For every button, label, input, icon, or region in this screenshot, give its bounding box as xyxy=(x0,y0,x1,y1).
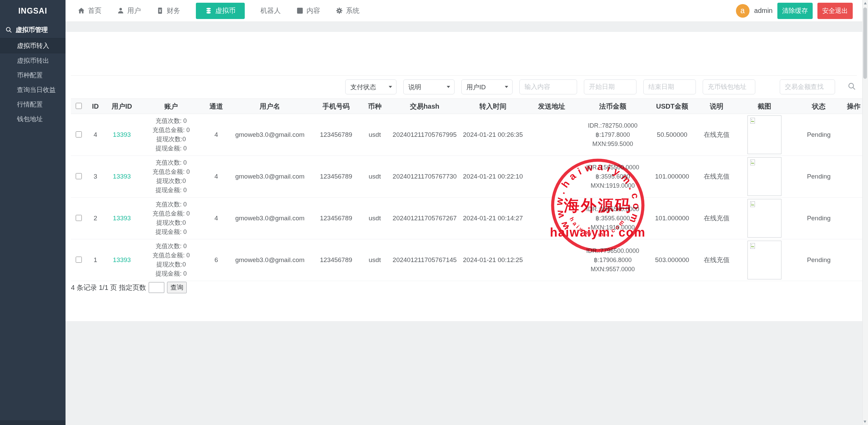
page-query-button[interactable]: 查询 xyxy=(167,282,187,293)
nav-item-finance[interactable]: ¥ 财务 xyxy=(156,6,180,15)
nav-item-home[interactable]: 首页 xyxy=(78,6,101,15)
action-cell xyxy=(844,239,863,281)
row-checkbox[interactable] xyxy=(76,131,82,137)
scrollbar-thumb[interactable] xyxy=(863,7,867,79)
fiat-line: MXN:9557.0000 xyxy=(579,265,646,274)
account-cell: 充值次数: 0充值总金额: 0提现次数:0提现金额: 0 xyxy=(139,239,203,281)
account-line: 充值总金额: 0 xyxy=(139,126,203,135)
logout-button[interactable]: 安全退出 xyxy=(817,3,853,19)
phone-cell: 123456789 xyxy=(311,114,362,156)
column-header: 状态 xyxy=(793,99,844,114)
sidebar-section-label: 虚拟币管理 xyxy=(16,25,48,34)
column-header: USDT金额 xyxy=(647,99,698,114)
account-line: 充值次数: 0 xyxy=(139,116,203,126)
screenshot-thumbnail[interactable] xyxy=(747,115,781,154)
account-cell: 充值次数: 0充值总金额: 0提现次数:0提现金额: 0 xyxy=(139,156,203,198)
user-id-cell: 13393 xyxy=(105,114,139,156)
scroll-down-arrow-icon[interactable] xyxy=(864,421,866,423)
screenshot-cell xyxy=(736,239,793,281)
sidebar-item-daily-earnings[interactable]: 查询当日收益 xyxy=(0,82,66,97)
table-row: 113393充值次数: 0充值总金额: 0提现次数:0提现金额: 06gmowe… xyxy=(71,239,863,281)
user-id-select[interactable]: 用户ID xyxy=(461,79,513,94)
username-label[interactable]: admin xyxy=(754,7,773,15)
account-lines: 充值次数: 0充值总金额: 0提现次数:0提现金额: 0 xyxy=(139,158,203,195)
nav-item-users[interactable]: 用户 xyxy=(117,6,141,15)
user-id-cell: 13393 xyxy=(105,239,139,281)
note-cell: 在线充值 xyxy=(698,156,736,198)
fiat-line: MXN:959.5000 xyxy=(579,140,646,149)
column-header: 说明 xyxy=(698,99,736,114)
sidebar-item-market-config[interactable]: 行情配置 xyxy=(0,97,66,112)
screenshot-cell xyxy=(736,114,793,156)
fiat-line: IDR.:782750.0000 xyxy=(579,121,646,130)
start-date-input[interactable] xyxy=(584,79,636,94)
user-id-link[interactable]: 13393 xyxy=(113,131,131,138)
nav-item-robot[interactable]: 机器人 xyxy=(260,6,281,15)
end-date-input[interactable] xyxy=(643,79,696,94)
nav-item-crypto[interactable]: 虚拟币 xyxy=(196,3,245,19)
search-button[interactable] xyxy=(847,82,857,92)
tx-hash-cell: 202401211705767145 xyxy=(388,239,461,281)
user-id-link[interactable]: 13393 xyxy=(113,173,131,180)
user-id-link[interactable]: 13393 xyxy=(113,256,131,263)
id-cell: 1 xyxy=(86,239,105,281)
usdt-amount-cell: 101.000000 xyxy=(647,156,698,198)
id-cell: 2 xyxy=(86,198,105,239)
nav-item-system[interactable]: 系统 xyxy=(336,6,359,15)
wallet-address-input[interactable] xyxy=(703,79,755,94)
sidebar-item-coin-config[interactable]: 币种配置 xyxy=(0,68,66,82)
content-input[interactable] xyxy=(519,79,577,94)
user-icon xyxy=(117,7,124,14)
column-header: 手机号码 xyxy=(311,99,362,114)
screenshot-cell xyxy=(736,198,793,239)
select-all-checkbox[interactable] xyxy=(76,103,82,109)
row-select-cell xyxy=(71,156,86,198)
tx-hash-cell: 202401211705767267 xyxy=(388,198,461,239)
usdt-amount-cell: 101.000000 xyxy=(647,198,698,239)
scroll-up-arrow-icon[interactable] xyxy=(864,2,867,4)
amount-search-input[interactable] xyxy=(780,79,835,94)
avatar[interactable]: a xyxy=(736,4,750,18)
sidebar-footer-strip xyxy=(0,420,66,425)
status-cell: Pending xyxy=(793,198,844,239)
account-line: 提现金额: 0 xyxy=(139,227,203,237)
vertical-scrollbar[interactable] xyxy=(862,0,868,425)
row-checkbox[interactable] xyxy=(76,257,82,263)
screenshot-thumbnail[interactable] xyxy=(747,157,781,196)
note-select[interactable]: 说明 xyxy=(403,79,455,94)
sidebar-item-crypto-transfer-out[interactable]: 虚拟币转出 xyxy=(0,53,66,68)
topbar-user-area: a admin 清除缓存 安全退出 xyxy=(736,3,862,19)
svg-text:¥: ¥ xyxy=(159,8,161,13)
note-cell: 在线充值 xyxy=(698,114,736,156)
sidebar-item-crypto-transfer-in[interactable]: 虚拟币转入 xyxy=(0,38,66,53)
action-cell xyxy=(844,114,863,156)
send-address-cell xyxy=(524,156,579,198)
user-id-link[interactable]: 13393 xyxy=(113,215,131,222)
id-cell: 4 xyxy=(86,114,105,156)
note-select-wrap: 说明 xyxy=(403,79,455,94)
column-header: 通道 xyxy=(203,99,229,114)
fiat-line: ฿:17906.8000 xyxy=(579,256,646,265)
page-number-input[interactable] xyxy=(149,282,164,293)
table-row: 213393充值次数: 0充值总金额: 0提现次数:0提现金额: 04gmowe… xyxy=(71,198,863,239)
payment-status-select-wrap: 支付状态 xyxy=(345,79,396,94)
account-line: 充值总金额: 0 xyxy=(139,167,203,177)
column-header: 币种 xyxy=(362,99,388,114)
finance-icon: ¥ xyxy=(156,7,164,14)
screenshot-thumbnail[interactable] xyxy=(747,241,781,279)
fiat-line: ฿:3595.6000 xyxy=(579,214,646,223)
table-row: 413393充值次数: 0充值总金额: 0提现次数:0提现金额: 04gmowe… xyxy=(71,114,863,156)
account-line: 提现次数:0 xyxy=(139,135,203,144)
nav-item-content[interactable]: 内容 xyxy=(296,6,320,15)
row-checkbox[interactable] xyxy=(76,173,82,179)
account-lines: 充值次数: 0充值总金额: 0提现次数:0提现金额: 0 xyxy=(139,242,203,278)
screenshot-thumbnail[interactable] xyxy=(747,199,781,238)
payment-status-select[interactable]: 支付状态 xyxy=(345,79,396,94)
clear-cache-button[interactable]: 清除缓存 xyxy=(777,3,813,19)
row-checkbox[interactable] xyxy=(76,215,82,221)
sidebar-item-wallet-address[interactable]: 钱包地址 xyxy=(0,112,66,126)
nav-label: 虚拟币 xyxy=(215,6,236,15)
account-line: 充值次数: 0 xyxy=(139,242,203,251)
phone-cell: 123456789 xyxy=(311,239,362,281)
top-navbar: 首页 用户 ¥ 财务 虚拟币 机器人 内容 系统 a admin 清除缓存 安全… xyxy=(66,0,862,22)
